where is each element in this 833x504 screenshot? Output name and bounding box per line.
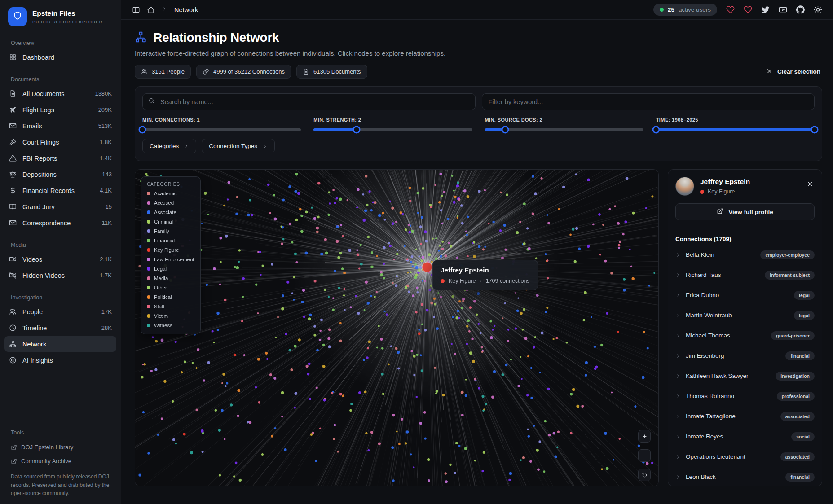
sidebar-item-court-filings[interactable]: Court Filings1.8K <box>4 134 116 150</box>
legend-item-key-figure[interactable]: Key Figure <box>147 247 194 253</box>
divider <box>675 228 815 228</box>
connection-name: Operations Lieutenant <box>686 453 745 460</box>
legend-item-victim[interactable]: Victim <box>147 313 194 319</box>
legend-item-financial[interactable]: Financial <box>147 238 194 243</box>
alert-triangle-icon <box>9 154 17 162</box>
sidebar-item-ai-insights[interactable]: AI Insights <box>4 352 116 368</box>
legend-item-academic[interactable]: Academic <box>147 191 194 196</box>
slider-thumb[interactable] <box>139 126 146 134</box>
connection-row[interactable]: Operations Lieutenantassociated <box>675 447 815 467</box>
connection-types-button[interactable]: Connection Types <box>202 139 275 153</box>
clear-selection-button[interactable]: Clear selection <box>766 68 822 76</box>
close-panel-button[interactable] <box>807 180 814 188</box>
heart-button[interactable] <box>744 5 752 14</box>
sidebar-item-timeline[interactable]: Timeline28K <box>4 320 116 336</box>
sidebar-item-fbi-reports[interactable]: FBI Reports1.4K <box>4 150 116 166</box>
twitter-button[interactable] <box>761 5 770 14</box>
slider-track[interactable] <box>656 128 815 131</box>
keyword-input[interactable] <box>488 98 809 106</box>
sidebar-item-grand-jury[interactable]: Grand Jury15 <box>4 199 116 215</box>
legend-item-legal[interactable]: Legal <box>147 266 194 272</box>
sidebar-item-count: 4.1K <box>100 187 112 194</box>
stat-chip: 4999 of 36212 Connections <box>196 65 291 79</box>
sidebar-item-label: Financial Records <box>22 187 75 194</box>
slider-track[interactable] <box>485 128 643 131</box>
slider-thumb[interactable] <box>502 126 509 134</box>
connection-row[interactable]: Bella Kleinemployer-employee <box>675 245 815 265</box>
connection-name: Inmate Tartaglione <box>686 413 736 420</box>
sidebar-item-network[interactable]: Network <box>4 336 116 352</box>
legend-item-law-enforcement[interactable]: Law Enforcement <box>147 257 194 262</box>
legend-item-associate[interactable]: Associate <box>147 210 194 215</box>
youtube-button[interactable] <box>779 5 787 14</box>
legend-item-family[interactable]: Family <box>147 228 194 234</box>
network-icon <box>9 340 17 348</box>
legend-item-label: Associate <box>154 210 176 215</box>
workspace: CATEGORIES AcademicAccusedAssociateCrimi… <box>135 169 822 486</box>
name-search-field[interactable] <box>142 93 476 110</box>
breadcrumb-home-button[interactable] <box>147 6 155 14</box>
legend-item-witness[interactable]: Witness <box>147 323 194 328</box>
keyword-filter-field[interactable] <box>482 93 815 110</box>
slider-thumb[interactable] <box>353 126 360 134</box>
slider-label: MIN. STRENGTH: 2 <box>313 117 472 123</box>
sidebar-item-label: FBI Reports <box>22 155 57 162</box>
page-title: Relationship Network <box>153 31 279 45</box>
connection-row[interactable]: Martin Weintraublegal <box>675 305 815 325</box>
legend-item-label: Political <box>154 294 172 300</box>
minus-zoom-button[interactable] <box>638 449 651 462</box>
heart-button[interactable] <box>726 5 735 14</box>
legend-item-label: Criminal <box>154 219 173 224</box>
category-dot <box>441 279 445 283</box>
legend-item-other[interactable]: Other <box>147 285 194 290</box>
connection-row[interactable]: Jim Eisenbergfinancial <box>675 346 815 366</box>
connection-row[interactable]: Michael Thomasguard-prisoner <box>675 325 815 346</box>
connection-row[interactable]: Inmate Tartaglioneassociated <box>675 406 815 426</box>
sidebar-item-emails[interactable]: Emails513K <box>4 118 116 134</box>
sidebar-item-correspondence[interactable]: Correspondence11K <box>4 215 116 231</box>
nav-section: MediaVideos2.1KHidden Videos1.7K <box>7 242 114 283</box>
main-area: Network 25 active users Relationship Net… <box>121 0 833 504</box>
clear-selection-label: Clear selection <box>777 68 820 75</box>
legend-item-political[interactable]: Political <box>147 294 194 300</box>
connection-row[interactable]: Erica Dubnolegal <box>675 285 815 305</box>
sidebar-item-dashboard[interactable]: Dashboard <box>4 49 116 65</box>
sidebar-item-financial-records[interactable]: Financial Records4.1K <box>4 183 116 198</box>
connection-type-badge: financial <box>785 351 815 360</box>
view-full-profile-button[interactable]: View full profile <box>675 203 815 220</box>
legend-item-criminal[interactable]: Criminal <box>147 219 194 224</box>
connection-row[interactable]: Kathleen Hawk Sawyerinvestigation <box>675 366 815 386</box>
sidebar-item-count: 15 <box>106 203 112 210</box>
legend-item-staff[interactable]: Staff <box>147 304 194 309</box>
file-icon <box>9 90 17 97</box>
tool-link-community-archive[interactable]: Community Archive <box>7 454 114 468</box>
slider-thumb[interactable] <box>811 126 819 134</box>
sidebar-toggle-button[interactable] <box>132 6 140 14</box>
network-graph-canvas[interactable] <box>135 170 658 486</box>
legend-item-accused[interactable]: Accused <box>147 200 194 206</box>
sidebar-item-people[interactable]: People17K <box>4 304 116 320</box>
sidebar-item-flight-logs[interactable]: Flight Logs209K <box>4 102 116 118</box>
categories-button[interactable]: Categories <box>142 139 196 153</box>
sidebar-item-videos[interactable]: Videos2.1K <box>4 251 116 267</box>
sun-button[interactable] <box>814 5 822 14</box>
github-button[interactable] <box>796 5 805 14</box>
slider-track[interactable] <box>142 128 301 131</box>
tool-link-doj-epstein-library[interactable]: DOJ Epstein Library <box>7 440 114 454</box>
category-color-dot <box>147 258 150 261</box>
connection-row[interactable]: Thomas Rofrannoprofessional <box>675 386 815 406</box>
connection-row[interactable]: Richard Tausinformant-subject <box>675 265 815 285</box>
connection-row[interactable]: Inmate Reyessocial <box>675 426 815 447</box>
legend-item-media[interactable]: Media <box>147 276 194 281</box>
sidebar-item-hidden-videos[interactable]: Hidden Videos1.7K <box>4 267 116 283</box>
slider-track[interactable] <box>313 128 472 131</box>
sidebar-item-all-documents[interactable]: All Documents1380K <box>4 86 116 101</box>
heart-icon <box>744 5 752 14</box>
connection-row[interactable]: Leon Blackfinancial <box>675 467 815 486</box>
reset-zoom-button[interactable] <box>638 469 651 481</box>
brand[interactable]: Epstein Files PUBLIC RECORD EXPLORER <box>7 7 114 29</box>
sidebar-item-depositions[interactable]: Depositions143 <box>4 167 116 182</box>
plus-zoom-button[interactable] <box>638 430 651 443</box>
slider-thumb[interactable] <box>652 126 660 134</box>
search-input[interactable] <box>159 98 470 106</box>
